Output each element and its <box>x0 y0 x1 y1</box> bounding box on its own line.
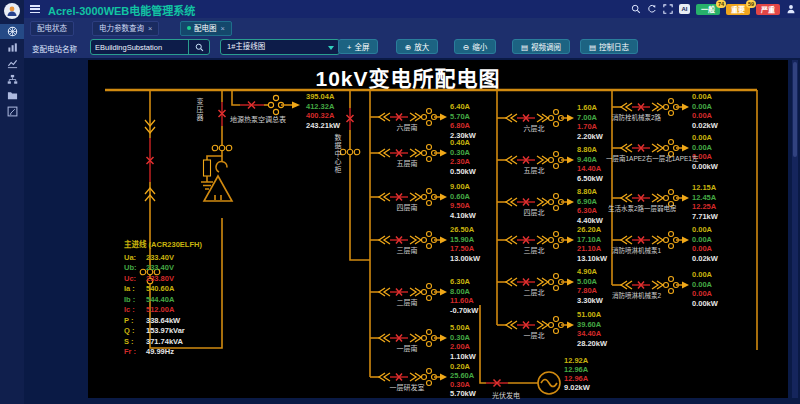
tab-label: 配电图 <box>194 24 217 33</box>
zoom-in-button[interactable]: ⊕放大 <box>396 39 438 54</box>
sidebar-item-network[interactable] <box>0 72 24 87</box>
search-icon <box>195 43 204 52</box>
alarm-label: 严重 <box>761 6 775 13</box>
ai-icon[interactable]: AI <box>679 4 690 14</box>
close-icon[interactable]: × <box>148 24 152 33</box>
cabinet-label: 数据中心柜 <box>332 134 342 174</box>
zoom-out-button[interactable]: ⊖缩小 <box>454 39 496 54</box>
alarm-count-badge: 59 <box>746 0 756 8</box>
incoming-title: 主进线 (ACR230ELFH) <box>124 240 254 251</box>
heat-pump-label: 地源热泵空调总表 <box>216 114 300 124</box>
globe-icon <box>7 26 18 37</box>
sidebar-item-edit[interactable] <box>0 104 24 119</box>
fullscreen-icon[interactable] <box>663 4 673 14</box>
feeder-values: 12.15A12.45A12.25A7.71kW <box>692 183 738 221</box>
feeder-label: 四层南 <box>376 202 438 212</box>
station-search-box <box>90 39 210 55</box>
feeder-label: 三层南 <box>376 245 438 255</box>
sidebar-item-trend[interactable] <box>0 56 24 71</box>
refresh-icon[interactable] <box>647 4 657 14</box>
alarm-label: 重要 <box>731 6 745 13</box>
tab-label: 电力参数查询 <box>99 24 144 33</box>
pv-label: 光伏发电 <box>476 390 536 400</box>
acrel-3000web-app: Acrel-3000WEB电能管理系统 AI 一般74 重要59 严重 配电状态… <box>0 0 800 404</box>
sidebar-item-monitor[interactable] <box>0 24 24 39</box>
feeder-label: 五层北 <box>503 165 565 175</box>
feeder-values: 6.30A8.00A11.60A-0.70kW <box>450 277 496 315</box>
zoom-out-icon: ⊖ <box>463 43 469 52</box>
search-button[interactable] <box>188 40 209 54</box>
feeder-label: 四层北 <box>503 207 565 217</box>
feeder-label: 六层南 <box>376 122 438 132</box>
app-title: Acrel-3000WEB电能管理系统 <box>48 2 195 18</box>
pv-values: 12.92A12.96A12.96A9.02kW <box>564 356 610 392</box>
document-icon: ▤ <box>521 43 528 52</box>
sitemap-icon <box>7 74 18 85</box>
feeder-label: 一层南1APE2右一层北1APE1左 <box>606 153 698 163</box>
tab-power-status[interactable]: 配电状态 <box>30 21 74 36</box>
feeder-label: 二层北 <box>503 287 565 297</box>
feeder-values: 0.00A0.00A0.00A0.02kW <box>692 225 738 263</box>
feeder-values: 51.00A39.60A34.40A28.20kW <box>577 310 623 348</box>
transformer-coil <box>216 162 227 172</box>
feeder-values: 26.50A15.90A17.50A13.00kW <box>450 225 496 263</box>
feeder-values: 26.20A17.10A21.10A13.10kW <box>577 225 623 263</box>
station-name-label: 变配电站名称 <box>32 43 77 54</box>
alarm-pill-important[interactable]: 重要59 <box>726 4 750 15</box>
user-icon[interactable] <box>786 4 796 14</box>
alarm-label: 一般 <box>701 6 715 13</box>
button-label: 视频调阅 <box>531 43 561 52</box>
selected-diagram: 1#主接线图 <box>227 42 265 51</box>
feeder-values: 0.40A0.30A2.30A0.50kW <box>450 138 496 176</box>
close-icon[interactable]: × <box>221 24 225 33</box>
feeder-label: 消防栓机械泵2路 <box>612 112 661 122</box>
alarm-pill-general[interactable]: 一般74 <box>696 4 720 15</box>
edit-icon <box>7 106 18 117</box>
feeder-label: 五层南 <box>376 158 438 168</box>
feeder-label: 二层南 <box>376 297 438 307</box>
user-avatar[interactable] <box>4 3 20 19</box>
diagram-toolbar: 变配电站名称 1#主接线图 +全屏 ⊕放大 ⊖缩小 ▤视频调阅 ▤控制日志 <box>24 36 800 58</box>
scrollbar-thumb[interactable] <box>793 62 797 157</box>
feeder-values: 9.00A0.60A9.50A4.10kW <box>450 182 496 220</box>
single-line-diagram-canvas: 10kV变电所配电图 <box>88 60 788 398</box>
tab-param-query[interactable]: 电力参数查询× <box>92 21 159 36</box>
feeder-values: 5.00A0.30A2.00A1.10kW <box>450 323 496 361</box>
feeder-label: 六层北 <box>503 123 565 133</box>
document-icon: ▤ <box>589 43 596 52</box>
diagram-select[interactable]: 1#主接线图 <box>220 39 340 55</box>
active-dot-icon <box>187 26 191 30</box>
alarm-count-badge: 74 <box>716 0 726 8</box>
feeder-label: 一层北 <box>503 330 565 340</box>
feeder-values: 0.00A0.00A0.00A0.02kW <box>692 92 738 130</box>
chevron-down-icon <box>328 46 334 50</box>
left-icon-sidebar <box>0 0 24 404</box>
zoom-in-icon: ⊕ <box>405 43 411 52</box>
feeder-label: 消防喷淋机械泵2 <box>612 290 661 300</box>
sidebar-item-reports[interactable] <box>0 40 24 55</box>
vertical-scrollbar[interactable] <box>792 60 798 398</box>
plus-icon: + <box>347 43 351 52</box>
feeder-values: 8.80A9.40A14.40A6.50kW <box>577 145 623 183</box>
fullscreen-button[interactable]: +全屏 <box>338 39 378 54</box>
menu-icon[interactable] <box>30 5 40 13</box>
feeder-label: 一层研发室 <box>372 382 442 392</box>
control-log-button[interactable]: ▤控制日志 <box>580 39 638 54</box>
button-label: 控制日志 <box>599 43 629 52</box>
video-review-button[interactable]: ▤视频调阅 <box>512 39 570 54</box>
feeder-label: 生活水泵2路一层弱电房 <box>608 203 677 213</box>
feeder-label: 三层北 <box>503 245 565 255</box>
sidebar-item-files[interactable] <box>0 88 24 103</box>
tab-distribution-diagram[interactable]: 配电图× <box>180 21 232 36</box>
button-label: 缩小 <box>472 43 487 52</box>
feeder-values: 0.00A0.00A0.00A0.00kW <box>692 133 738 171</box>
station-search-input[interactable] <box>91 40 188 54</box>
tab-bar: 配电状态 电力参数查询× 配电图× <box>24 18 800 37</box>
alarm-pill-critical[interactable]: 严重 <box>756 4 780 15</box>
feeder-label: 一层南 <box>376 343 438 353</box>
top-bar: Acrel-3000WEB电能管理系统 AI 一般74 重要59 严重 <box>24 0 800 18</box>
feeder-values: 1.60A7.00A1.70A2.20kW <box>577 103 623 141</box>
feeder-values: 6.40A5.70A6.80A2.30kW <box>450 102 496 140</box>
button-label: 全屏 <box>354 43 369 52</box>
search-icon[interactable] <box>631 4 641 14</box>
